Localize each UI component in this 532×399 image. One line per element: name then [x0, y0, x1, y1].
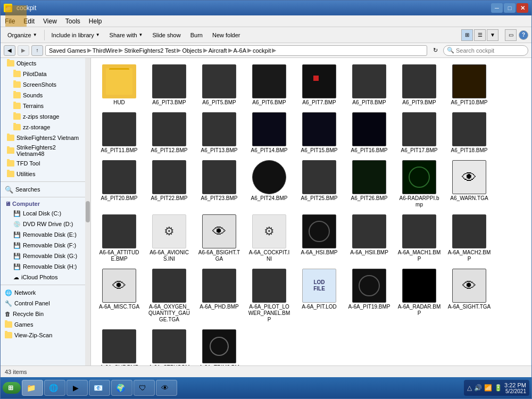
file-item-hsi-bmp[interactable]: A-6A_HSI.BMP: [295, 212, 343, 264]
menu-help[interactable]: Help: [85, 16, 106, 26]
taskbar-app-5[interactable]: 🌍: [111, 380, 132, 396]
taskbar-app-2[interactable]: 🌐: [44, 380, 65, 396]
breadcrumb-a6a[interactable]: A-6A: [234, 47, 246, 54]
file-item-a6pit15[interactable]: A6_PIT15.BMP: [295, 110, 343, 156]
preview-pane-button[interactable]: ▭: [505, 29, 517, 41]
back-button[interactable]: ◀: [4, 45, 15, 56]
file-item-mach1-bmp[interactable]: A-6A_MACH1.BMP: [395, 212, 443, 264]
share-with-button[interactable]: Share with ▼: [106, 30, 147, 40]
sidebar-item-sf2vn[interactable]: StrikeFighters2 Vietnam: [1, 132, 85, 143]
sidebar-scrollbar[interactable]: [85, 58, 90, 365]
file-item-pilotlower-bmp[interactable]: A-6A_PILOT_LOWER_PANEL.BMP: [245, 267, 293, 325]
sidebar-item-icloud[interactable]: ☁ iCloud Photos: [1, 272, 85, 282]
tray-icon-1[interactable]: △: [467, 384, 472, 392]
file-item-avionics-ini[interactable]: ⚙ A6-6A_AVIONICS.INI: [145, 212, 193, 264]
sidebar-item-zzips[interactable]: z-zips storage: [1, 111, 85, 122]
breadcrumb-savedgames[interactable]: Saved Games: [49, 47, 86, 54]
file-item-misc-tga[interactable]: 👁 A-6A_MISC.TGA: [95, 267, 143, 325]
file-item-a6pit17[interactable]: A6_PIT17.BMP: [395, 110, 443, 156]
burn-button[interactable]: Burn: [187, 30, 206, 40]
file-item-a6pit14[interactable]: A6_PIT14.BMP: [245, 110, 293, 156]
tray-icon-4[interactable]: 🔋: [494, 384, 502, 392]
file-item-mach2-bmp[interactable]: A-6A_MACH2.BMP: [445, 212, 493, 264]
include-library-button[interactable]: Include in library ▼: [48, 30, 104, 40]
search-input[interactable]: [456, 47, 529, 54]
menu-tools[interactable]: Tools: [61, 16, 85, 26]
breadcrumb-cockpit[interactable]: cockpit: [253, 47, 271, 54]
sidebar-item-games[interactable]: Games: [1, 319, 85, 330]
file-item-warn-tga[interactable]: 👁 A6_WARN.TGA: [445, 158, 493, 210]
sidebar-item-zzstorage[interactable]: zz-storage: [1, 122, 85, 132]
file-item-attitude-bmp[interactable]: A6-6A_ATTITUDE.BMP: [95, 212, 143, 264]
file-item-a6pit16[interactable]: A6_PIT16.BMP: [345, 110, 393, 156]
file-item-bsight-tga[interactable]: 👁 A6-6A_BSIGHT.TGA: [195, 212, 243, 264]
taskbar-app-6[interactable]: 🛡: [134, 380, 155, 396]
file-item-a6pit23[interactable]: A6_PIT23.BMP: [195, 158, 243, 210]
sidebar-item-sf2vn48[interactable]: StrikeFighters2 Vietnam48: [1, 143, 85, 158]
up-button[interactable]: ↑: [31, 45, 43, 56]
sidebar-item-screenshots[interactable]: ScreenShots: [1, 79, 85, 90]
sidebar-item-objects[interactable]: Objects: [1, 58, 85, 69]
file-item-radarppi[interactable]: A6-RADARPPI.bmp: [395, 158, 443, 210]
slide-show-button[interactable]: Slide show: [148, 30, 184, 40]
sidebar-item-removable-g[interactable]: 💾 Removable Disk (G:): [1, 251, 85, 261]
tray-icon-3[interactable]: 📶: [484, 384, 492, 392]
file-item-hud[interactable]: HUD: [95, 62, 143, 108]
file-item-a6pit6[interactable]: A6_PIT6.BMP: [245, 62, 293, 108]
file-item-a6pit8[interactable]: A6_PIT8.BMP: [345, 62, 393, 108]
file-item-a6pit10[interactable]: A6_PIT10.BMP: [445, 62, 493, 108]
sidebar-scroll-thumb[interactable]: [86, 201, 90, 222]
close-button[interactable]: ✕: [517, 3, 528, 13]
help-button[interactable]: ?: [519, 30, 528, 40]
file-item-phd-bmp[interactable]: A-6A_PHD.BMP: [195, 267, 243, 325]
file-item-a6pit12[interactable]: A6_PIT12.BMP: [145, 110, 193, 156]
file-item-hsii-bmp[interactable]: A-6A_HSII.BMP: [345, 212, 393, 264]
file-item-a6pit3[interactable]: A6_PIT3.BMP: [145, 62, 193, 108]
taskbar-app-7[interactable]: 👁: [156, 380, 177, 396]
file-item-a6pit5[interactable]: A6_PIT5.BMP: [195, 62, 243, 108]
sidebar-item-sounds[interactable]: Sounds: [1, 90, 85, 101]
menu-view[interactable]: View: [39, 16, 61, 26]
tray-icon-2[interactable]: 🔊: [474, 384, 482, 392]
sidebar-item-dvd-d[interactable]: 💿 DVD RW Drive (D:): [1, 219, 85, 229]
file-item-slip-bmp[interactable]: A-6A_SLIP.BMP: [95, 327, 143, 365]
file-item-a6pit26[interactable]: A6_PIT26.BMP: [345, 158, 393, 210]
breadcrumb-thirdwire[interactable]: ThirdWire: [93, 47, 118, 54]
breadcrumb-objects[interactable]: Objects: [182, 47, 202, 54]
view-dropdown[interactable]: ▼: [487, 29, 498, 41]
sidebar-item-recyclebin[interactable]: 🗑 Recycle Bin: [1, 309, 85, 319]
file-item-radar-bmp[interactable]: A-6A_RADAR.BMP: [395, 267, 443, 325]
taskbar-app-4[interactable]: 📧: [89, 380, 110, 396]
file-item-pit19-bmp[interactable]: A-6A_PIT19.BMP: [345, 267, 393, 325]
file-item-a6pit11[interactable]: A6_PIT11.BMP: [95, 110, 143, 156]
sidebar-item-removable-e[interactable]: 💾 Removable Disk (E:): [1, 229, 85, 240]
file-item-a6pit24[interactable]: A6_PIT24.BMP: [245, 158, 293, 210]
taskbar-app-3[interactable]: ▶: [66, 380, 88, 396]
file-item-a6pit25[interactable]: A6_PIT25.BMP: [295, 158, 343, 210]
organize-button[interactable]: Organize ▼: [4, 30, 41, 40]
search-box[interactable]: 🔍: [443, 45, 528, 56]
file-item-a6pit7[interactable]: A6_PIT7.BMP: [295, 62, 343, 108]
sidebar-computer[interactable]: 🖥 Computer: [1, 200, 85, 208]
view-details[interactable]: ☰: [474, 29, 486, 41]
file-item-oxygen-tga[interactable]: A-6A_OXYGEN_QUANTITY_GAUGE.TGA: [145, 267, 193, 325]
start-button[interactable]: ⊞: [3, 382, 21, 394]
file-item-a6pit9[interactable]: A6_PIT9.BMP: [395, 62, 443, 108]
file-item-trim2-bmp[interactable]: A-6A_TRIM2.BMP: [195, 327, 243, 365]
maximize-button[interactable]: □: [504, 3, 516, 13]
sidebar-item-terrains[interactable]: Terrains: [1, 101, 85, 111]
sidebar-item-pilotdata[interactable]: PilotData: [1, 69, 85, 79]
file-item-pitlod[interactable]: LODFILE A-6A_PIT.LOD: [295, 267, 343, 325]
file-item-cockpit-ini[interactable]: ⚙ A-6A_COCKPIT.INI: [245, 212, 293, 264]
file-item-a6pit18[interactable]: A6_PIT18.BMP: [445, 110, 493, 156]
file-item-a6pit22[interactable]: A6_PIT22.BMP: [145, 158, 193, 210]
sidebar-item-removable-h[interactable]: 💾 Removable Disk (H:): [1, 261, 85, 272]
refresh-button[interactable]: ↻: [429, 45, 441, 56]
forward-button[interactable]: ▶: [18, 45, 29, 56]
sidebar-item-viewzipscan[interactable]: View-Zip-Scan: [1, 330, 85, 340]
breadcrumb-sf2test[interactable]: StrikeFighters2 Test: [124, 47, 176, 54]
breadcrumb-aircraft[interactable]: Aircraft: [209, 47, 227, 54]
sidebar-item-removable-f[interactable]: 💾 Removable Disk (F:): [1, 240, 85, 251]
sidebar-item-tfdtool[interactable]: TFD Tool: [1, 158, 85, 169]
system-clock[interactable]: 3:22 PM 5/2/2021: [504, 382, 526, 394]
